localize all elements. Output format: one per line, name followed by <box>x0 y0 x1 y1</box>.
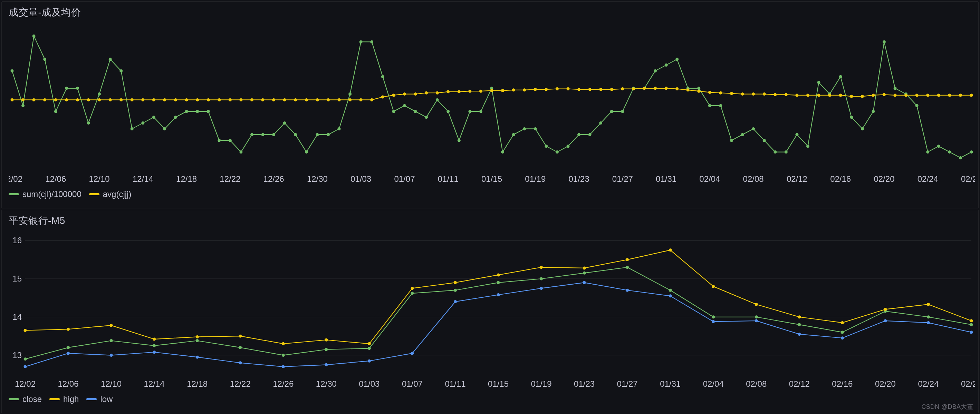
svg-point-139 <box>305 98 308 102</box>
svg-point-31 <box>98 92 101 95</box>
svg-point-86 <box>697 87 700 90</box>
svg-point-51 <box>316 133 319 136</box>
svg-point-266 <box>497 273 500 276</box>
svg-point-199 <box>959 94 962 97</box>
svg-point-290 <box>540 287 543 290</box>
svg-text:02/16: 02/16 <box>830 174 851 184</box>
svg-point-281 <box>153 351 156 354</box>
legend-item[interactable]: low <box>86 394 113 404</box>
svg-point-128 <box>185 98 188 102</box>
line-chart-top[interactable]: 12/0212/0612/1012/1412/1812/2212/2612/30… <box>9 21 975 187</box>
svg-text:12/26: 12/26 <box>273 379 294 389</box>
svg-point-33 <box>119 69 123 73</box>
svg-point-63 <box>447 110 450 113</box>
svg-point-274 <box>841 321 844 324</box>
legend-item[interactable]: close <box>9 394 42 404</box>
svg-point-88 <box>719 104 722 107</box>
svg-point-97 <box>817 81 821 84</box>
legend-label: low <box>100 394 113 404</box>
svg-point-294 <box>712 320 715 323</box>
svg-point-257 <box>110 324 113 327</box>
svg-point-238 <box>282 354 285 357</box>
svg-point-35 <box>141 121 144 125</box>
svg-point-254 <box>970 323 973 326</box>
svg-point-122 <box>119 98 123 102</box>
svg-point-166 <box>599 88 602 91</box>
legend-item[interactable]: high <box>49 394 79 404</box>
svg-point-181 <box>763 92 766 95</box>
svg-point-278 <box>24 365 27 368</box>
svg-point-165 <box>589 88 592 91</box>
svg-point-268 <box>583 266 586 270</box>
svg-point-45 <box>250 133 253 136</box>
svg-point-189 <box>850 95 853 98</box>
svg-point-239 <box>325 348 328 351</box>
legend-bottom[interactable]: closehighlow <box>9 394 971 404</box>
svg-text:01/07: 01/07 <box>394 174 415 184</box>
svg-point-130 <box>207 98 210 102</box>
svg-point-106 <box>915 104 918 107</box>
svg-point-198 <box>948 94 951 97</box>
svg-point-295 <box>755 319 758 322</box>
svg-point-265 <box>454 281 457 284</box>
svg-text:01/27: 01/27 <box>612 174 633 184</box>
svg-point-61 <box>425 116 428 119</box>
svg-point-264 <box>410 287 414 290</box>
svg-point-57 <box>381 75 384 78</box>
svg-point-183 <box>784 93 788 96</box>
svg-point-64 <box>458 139 461 142</box>
svg-point-280 <box>110 354 113 357</box>
svg-point-184 <box>795 94 799 97</box>
svg-point-59 <box>403 104 406 107</box>
svg-point-173 <box>675 87 679 90</box>
svg-point-195 <box>915 94 918 97</box>
svg-point-136 <box>272 98 275 102</box>
svg-text:12/22: 12/22 <box>220 174 240 184</box>
svg-point-172 <box>665 87 668 90</box>
svg-text:12/10: 12/10 <box>101 379 122 389</box>
panel-title: 平安银行-M5 <box>9 214 971 227</box>
svg-text:02/12: 02/12 <box>787 174 807 184</box>
svg-text:12/18: 12/18 <box>187 379 208 389</box>
svg-point-70 <box>523 127 526 130</box>
svg-point-151 <box>436 91 439 95</box>
svg-point-127 <box>174 98 177 102</box>
svg-text:15: 15 <box>13 274 22 283</box>
svg-point-259 <box>196 335 199 338</box>
svg-point-250 <box>798 323 801 326</box>
line-chart-bottom[interactable]: 1314151612/0212/0612/1012/1412/1812/2212… <box>9 229 975 392</box>
svg-point-249 <box>755 315 758 319</box>
svg-point-191 <box>872 94 875 97</box>
svg-point-116 <box>54 98 57 102</box>
svg-point-77 <box>599 121 602 125</box>
svg-point-261 <box>282 342 285 345</box>
svg-point-161 <box>544 88 548 91</box>
chart-area-top[interactable]: 12/0212/0612/1012/1412/1812/2212/2612/30… <box>9 21 971 187</box>
legend-swatch <box>9 193 19 195</box>
svg-point-54 <box>348 92 352 95</box>
legend-item[interactable]: sum(cjl)/100000 <box>9 189 81 199</box>
svg-point-135 <box>261 98 264 102</box>
svg-point-93 <box>773 151 776 154</box>
svg-point-71 <box>534 127 537 130</box>
svg-point-159 <box>523 88 526 91</box>
svg-text:01/23: 01/23 <box>574 379 595 389</box>
svg-text:01/19: 01/19 <box>525 174 546 184</box>
svg-point-175 <box>697 90 700 93</box>
svg-point-279 <box>67 352 70 355</box>
chart-area-bottom[interactable]: 1314151612/0212/0612/1012/1412/1812/2212… <box>9 229 971 392</box>
svg-point-72 <box>544 144 548 148</box>
svg-point-117 <box>65 98 68 102</box>
svg-point-52 <box>327 133 330 136</box>
legend-item[interactable]: avg(cjjj) <box>89 189 132 199</box>
legend-top[interactable]: sum(cjl)/100000avg(cjjj) <box>9 189 971 199</box>
svg-point-89 <box>730 139 733 142</box>
svg-point-164 <box>578 88 581 91</box>
svg-point-168 <box>621 87 624 90</box>
legend-label: avg(cjjj) <box>103 189 132 199</box>
svg-point-141 <box>327 98 330 102</box>
panel-title: 成交量-成及均价 <box>9 6 971 19</box>
svg-point-134 <box>250 98 253 102</box>
svg-point-74 <box>566 144 570 148</box>
svg-point-154 <box>468 90 471 93</box>
